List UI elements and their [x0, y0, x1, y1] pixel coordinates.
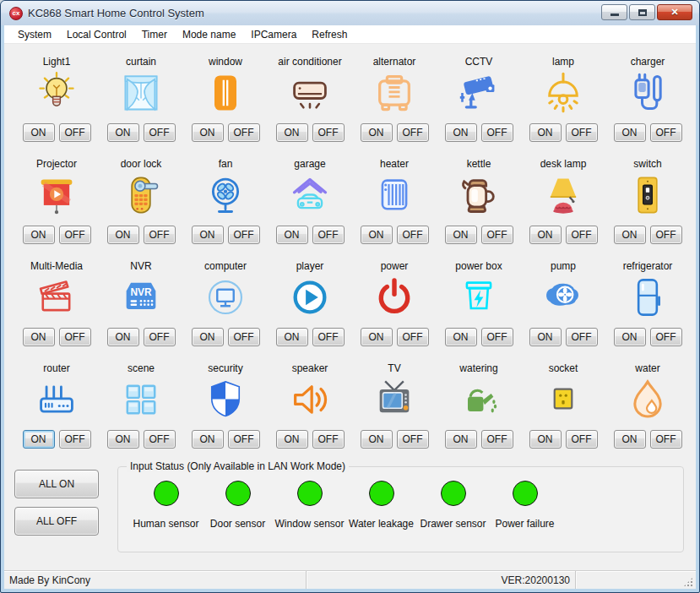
- onoff-row: ONOFF: [192, 226, 260, 244]
- pump-on-button[interactable]: ON: [529, 328, 562, 346]
- socket-on-button[interactable]: ON: [529, 430, 562, 449]
- device-label: kettle: [467, 158, 491, 170]
- minimize-icon: [610, 14, 619, 16]
- menu-item-system[interactable]: System: [10, 27, 59, 42]
- socket-off-button[interactable]: OFF: [566, 430, 598, 449]
- speaker-icon: [288, 378, 332, 422]
- scene-on-button[interactable]: ON: [107, 430, 139, 449]
- nvr-on-button[interactable]: ON: [107, 328, 139, 346]
- light1-off-button[interactable]: OFF: [59, 123, 91, 142]
- speaker-off-button[interactable]: OFF: [312, 430, 345, 449]
- watering-icon: [457, 378, 501, 422]
- kettle-on-button[interactable]: ON: [445, 226, 477, 244]
- nvr-off-button[interactable]: OFF: [144, 328, 176, 346]
- scene-off-button[interactable]: OFF: [144, 430, 176, 449]
- desk-lamp-on-button[interactable]: ON: [529, 226, 562, 244]
- curtain-on-button[interactable]: ON: [107, 123, 139, 142]
- onoff-row: ONOFF: [529, 430, 598, 449]
- computer-off-button[interactable]: OFF: [228, 328, 260, 346]
- device-charger: chargerONOFF: [605, 51, 690, 153]
- refrigerator-off-button[interactable]: OFF: [650, 328, 682, 346]
- alternator-off-button[interactable]: OFF: [397, 123, 429, 142]
- kettle-off-button[interactable]: OFF: [481, 226, 513, 244]
- switch-off-button[interactable]: OFF: [650, 226, 682, 244]
- maximize-button[interactable]: [629, 4, 655, 20]
- player-off-button[interactable]: OFF: [312, 328, 345, 346]
- fan-on-button[interactable]: ON: [192, 226, 224, 244]
- menu-item-refresh[interactable]: Refresh: [304, 27, 355, 42]
- desklamp-icon: [541, 173, 585, 217]
- power-off-button[interactable]: OFF: [397, 328, 429, 346]
- human-sensor-indicator-light: [154, 481, 179, 506]
- tv-off-button[interactable]: OFF: [397, 430, 429, 449]
- device-router: routerONOFF: [14, 357, 99, 460]
- air-conditioner-on-button[interactable]: ON: [276, 123, 308, 142]
- menu-item-local-control[interactable]: Local Control: [59, 27, 134, 42]
- window-frame: SystemLocal ControlTimerMode nameIPCamer…: [1, 25, 699, 592]
- curtain-off-button[interactable]: OFF: [144, 123, 176, 142]
- watering-off-button[interactable]: OFF: [481, 430, 513, 449]
- water-on-button[interactable]: ON: [614, 430, 646, 449]
- window-sensor-indicator-light: [297, 481, 323, 506]
- lamp-on-button[interactable]: ON: [529, 123, 562, 142]
- air-conditioner-off-button[interactable]: OFF: [312, 123, 345, 142]
- device-desk-lamp: desk lampONOFF: [521, 153, 605, 255]
- refrigerator-on-button[interactable]: ON: [614, 328, 646, 346]
- watering-on-button[interactable]: ON: [445, 430, 477, 449]
- router-on-button[interactable]: ON: [23, 430, 55, 449]
- device-label: Light1: [43, 56, 71, 68]
- close-button[interactable]: ✕: [657, 4, 692, 20]
- onoff-row: ONOFF: [529, 123, 598, 142]
- sensor-label: Door sensor: [210, 518, 265, 530]
- power-box-off-button[interactable]: OFF: [481, 328, 513, 346]
- tv-on-button[interactable]: ON: [361, 430, 393, 449]
- sensor-label: Window sensor: [274, 518, 344, 530]
- power-box-on-button[interactable]: ON: [445, 328, 477, 346]
- cctv-off-button[interactable]: OFF: [481, 123, 513, 142]
- switch-on-button[interactable]: ON: [614, 226, 646, 244]
- device-heater: heaterONOFF: [352, 153, 437, 255]
- door-lock-off-button[interactable]: OFF: [144, 226, 176, 244]
- security-on-button[interactable]: ON: [192, 430, 224, 449]
- light1-on-button[interactable]: ON: [23, 123, 55, 142]
- alternator-on-button[interactable]: ON: [361, 123, 393, 142]
- security-off-button[interactable]: OFF: [228, 430, 260, 449]
- resize-grip[interactable]: [683, 577, 693, 587]
- cctv-on-button[interactable]: ON: [445, 123, 477, 142]
- garage-on-button[interactable]: ON: [276, 226, 308, 244]
- multi-media-on-button[interactable]: ON: [23, 328, 55, 346]
- door-lock-on-button[interactable]: ON: [107, 226, 139, 244]
- pump-off-button[interactable]: OFF: [566, 328, 598, 346]
- heater-on-button[interactable]: ON: [361, 226, 393, 244]
- garage-off-button[interactable]: OFF: [312, 226, 345, 244]
- window-on-button[interactable]: ON: [192, 123, 224, 142]
- charger-on-button[interactable]: ON: [614, 123, 646, 142]
- fan-off-button[interactable]: OFF: [228, 226, 260, 244]
- sensor-water-leakage: Water leakage: [345, 481, 417, 530]
- power-on-button[interactable]: ON: [361, 328, 393, 346]
- device-projector: ProjectorONOFF: [14, 153, 99, 255]
- window-titlebar[interactable]: cx KC868 Smart Home Control System ✕: [1, 1, 699, 25]
- water-off-button[interactable]: OFF: [650, 430, 682, 449]
- speaker-on-button[interactable]: ON: [276, 430, 308, 449]
- menu-item-timer[interactable]: Timer: [134, 27, 175, 42]
- player-on-button[interactable]: ON: [276, 328, 308, 346]
- projector-off-button[interactable]: OFF: [59, 226, 91, 244]
- multi-media-off-button[interactable]: OFF: [59, 328, 91, 346]
- all-on-button[interactable]: ALL ON: [14, 470, 99, 498]
- computer-on-button[interactable]: ON: [192, 328, 224, 346]
- lamp-off-button[interactable]: OFF: [566, 123, 598, 142]
- device-player: playerONOFF: [268, 255, 352, 357]
- all-off-button[interactable]: ALL OFF: [14, 507, 99, 536]
- charger-off-button[interactable]: OFF: [650, 123, 682, 142]
- doorlock-icon: [119, 173, 163, 217]
- minimize-button[interactable]: [601, 4, 627, 20]
- menu-item-ipcamera[interactable]: IPCamera: [243, 27, 304, 42]
- onoff-row: ONOFF: [192, 430, 260, 449]
- router-off-button[interactable]: OFF: [59, 430, 91, 449]
- desk-lamp-off-button[interactable]: OFF: [566, 226, 598, 244]
- menu-item-mode-name[interactable]: Mode name: [175, 27, 243, 42]
- window-off-button[interactable]: OFF: [228, 123, 260, 142]
- projector-on-button[interactable]: ON: [23, 226, 55, 244]
- heater-off-button[interactable]: OFF: [397, 226, 429, 244]
